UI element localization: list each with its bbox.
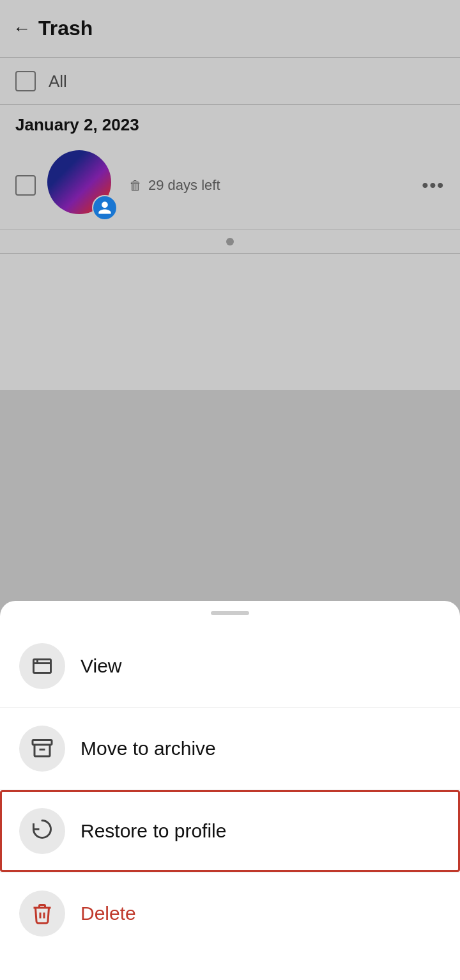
header: ← Trash <box>0 0 460 58</box>
dot <box>226 238 234 245</box>
days-left-text: 29 days left <box>148 177 220 194</box>
all-checkbox[interactable] <box>15 71 36 91</box>
sheet-item-delete[interactable]: Delete <box>0 873 460 954</box>
sheet-item-view[interactable]: View <box>0 625 460 707</box>
restore-label: Restore to profile <box>80 820 226 842</box>
more-options-button[interactable]: ••• <box>422 175 445 196</box>
archive-icon-circle <box>19 726 65 772</box>
all-label: All <box>49 72 67 91</box>
view-icon-circle <box>19 643 65 689</box>
archive-label: Move to archive <box>80 738 216 759</box>
trash-small-icon: 🗑 <box>129 178 142 193</box>
delete-icon <box>31 902 54 925</box>
delete-icon-circle <box>19 891 65 937</box>
person-icon <box>97 200 112 215</box>
avatar <box>47 150 118 221</box>
list-item[interactable]: 🗑 29 days left ••• <box>0 141 460 229</box>
date-label: January 2, 2023 <box>0 105 460 141</box>
sheet-handle <box>211 611 249 615</box>
svg-rect-3 <box>33 740 52 745</box>
back-button[interactable]: ← Trash <box>13 17 93 40</box>
dot-indicator <box>0 230 460 253</box>
back-arrow-icon: ← <box>13 19 31 39</box>
sheet-item-archive[interactable]: Move to archive <box>0 708 460 789</box>
item-checkbox[interactable] <box>15 175 36 196</box>
all-row[interactable]: All <box>0 58 460 104</box>
page-title: Trash <box>38 17 93 40</box>
restore-icon-circle <box>19 808 65 854</box>
view-label: View <box>80 655 121 677</box>
view-icon <box>31 655 54 678</box>
sheet-handle-row <box>0 601 460 625</box>
bottom-sheet: View Move to archive Restore to profile <box>0 601 460 980</box>
restore-icon <box>31 820 54 843</box>
avatar-badge <box>92 195 118 221</box>
content-area: All January 2, 2023 🗑 29 days left ••• <box>0 58 460 390</box>
svg-rect-0 <box>34 660 51 673</box>
item-meta: 🗑 29 days left <box>129 177 411 194</box>
divider-dot <box>0 253 460 254</box>
archive-icon <box>31 737 54 760</box>
delete-label: Delete <box>80 903 136 924</box>
sheet-item-restore[interactable]: Restore to profile <box>0 790 460 872</box>
